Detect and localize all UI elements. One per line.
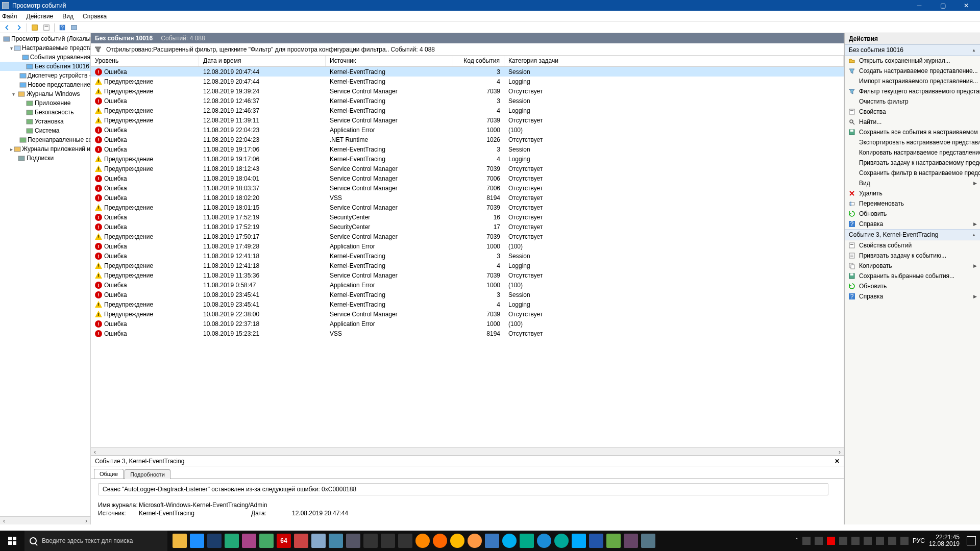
action-item[interactable]: Свойства — [845, 107, 980, 117]
menu-file[interactable]: Файл — [2, 13, 17, 20]
action-item[interactable]: Привязать задачу к событию... — [845, 251, 980, 261]
col-level[interactable]: Уровень — [91, 56, 199, 66]
action-item[interactable]: Копировать настраиваемое представление..… — [845, 147, 980, 158]
col-category[interactable]: Категория задачи — [504, 56, 844, 66]
system-tray[interactable]: ˄ РУС 22:21:45 12.08.2019 — [791, 534, 980, 547]
event-row[interactable]: Предупреждение12.08.2019 12:46:37Kernel-… — [91, 106, 844, 115]
tray-icon[interactable] — [815, 537, 823, 545]
back-button[interactable] — [2, 23, 12, 32]
action-item[interactable]: Найти... — [845, 117, 980, 127]
taskbar-app[interactable] — [589, 534, 603, 548]
taskbar-app[interactable] — [433, 534, 447, 548]
tray-icon[interactable] — [900, 537, 909, 545]
event-row[interactable]: !Ошибка11.08.2019 19:17:06Kernel-EventTr… — [91, 144, 844, 154]
start-button[interactable] — [0, 531, 24, 551]
taskbar-app[interactable] — [381, 534, 395, 548]
maximize-button[interactable]: ▢ — [931, 0, 954, 11]
action-item[interactable]: Сохранить все события в настраиваемом пр… — [845, 127, 980, 137]
detail-close-button[interactable]: ✕ — [835, 458, 840, 465]
event-grid[interactable]: !Ошибка12.08.2019 20:47:44Kernel-EventTr… — [91, 67, 844, 447]
tray-icon[interactable] — [864, 537, 872, 545]
action-item[interactable]: Открыть сохраненный журнал... — [845, 56, 980, 66]
tree-win-item[interactable]: Установка — [0, 117, 90, 126]
action-item[interactable]: ?Справка▶ — [845, 219, 980, 229]
forward-button[interactable] — [14, 23, 24, 32]
action-item[interactable]: Экспортировать настраиваемое представлен… — [845, 137, 980, 147]
tree-custom-item[interactable]: Новое представление — [0, 80, 90, 89]
action-item[interactable]: Обновить — [845, 281, 980, 291]
event-row[interactable]: !Ошибка12.08.2019 12:46:37Kernel-EventTr… — [91, 96, 844, 106]
tab-details[interactable]: Подробности — [125, 469, 170, 479]
taskbar-app[interactable] — [242, 534, 256, 548]
taskbar-app[interactable] — [225, 534, 239, 548]
taskbar-app[interactable] — [468, 534, 482, 548]
tree-win-item[interactable]: Безопасность — [0, 108, 90, 117]
language-indicator[interactable]: РУС — [913, 537, 925, 544]
tree-win-logs[interactable]: ▾Журналы Windows — [0, 89, 90, 98]
taskbar-app[interactable] — [259, 534, 274, 548]
action-item[interactable]: Фильтр текущего настраиваемого представл… — [845, 86, 980, 96]
taskbar-app[interactable] — [329, 534, 343, 548]
taskbar-app[interactable] — [502, 534, 517, 548]
col-date[interactable]: Дата и время — [199, 56, 326, 66]
taskbar-app[interactable] — [572, 534, 586, 548]
event-row[interactable]: !Ошибка11.08.2019 17:52:19SecurityCenter… — [91, 212, 844, 222]
event-row[interactable]: Предупреждение11.08.2019 12:41:18Kernel-… — [91, 261, 844, 270]
tree-custom-item[interactable]: События управления — [0, 53, 90, 62]
action-item[interactable]: Сохранить выбранные события... — [845, 271, 980, 281]
taskbar-app[interactable] — [624, 534, 638, 548]
tray-icon[interactable] — [851, 537, 860, 545]
tray-icon[interactable] — [827, 537, 835, 545]
event-row[interactable]: Предупреждение12.08.2019 19:39:24Service… — [91, 86, 844, 96]
event-row[interactable]: !Ошибка10.08.2019 15:23:21VSS8194Отсутст… — [91, 329, 844, 338]
taskbar-app[interactable] — [346, 534, 360, 548]
action-item[interactable]: Вид▶ — [845, 178, 980, 188]
action-item[interactable]: Создать настраиваемое представление... — [845, 66, 980, 76]
expand-icon[interactable]: ▾ — [10, 45, 13, 51]
actions-section-2[interactable]: Событие 3, Kernel-EventTracing▲ — [845, 229, 980, 240]
event-row[interactable]: !Ошибка11.08.2019 0:58:47Application Err… — [91, 280, 844, 290]
event-row[interactable]: !Ошибка11.08.2019 12:41:18Kernel-EventTr… — [91, 251, 844, 261]
taskbar-app[interactable] — [363, 534, 378, 548]
action-item[interactable]: Копировать▶ — [845, 261, 980, 271]
col-source[interactable]: Источник — [326, 56, 453, 66]
expand-icon[interactable]: ▸ — [10, 146, 13, 152]
clock[interactable]: 22:21:45 12.08.2019 — [929, 534, 963, 547]
tree-win-item[interactable]: Перенаправленные события — [0, 135, 90, 144]
col-code[interactable]: Код события — [453, 56, 504, 66]
tray-icon[interactable] — [839, 537, 847, 545]
action-item[interactable]: Удалить — [845, 188, 980, 198]
help-button[interactable]: ? — [57, 23, 67, 32]
event-row[interactable]: !Ошибка10.08.2019 22:37:18Application Er… — [91, 319, 844, 329]
taskbar-app[interactable] — [537, 534, 551, 548]
tray-icon[interactable] — [888, 537, 896, 545]
chevron-up-icon[interactable]: ˄ — [795, 537, 798, 544]
taskbar-app[interactable] — [190, 534, 204, 548]
event-row[interactable]: Предупреждение12.08.2019 11:39:11Service… — [91, 115, 844, 125]
tray-icon[interactable] — [802, 537, 811, 545]
expand-icon[interactable]: ▾ — [10, 91, 16, 97]
menu-help[interactable]: Справка — [83, 13, 107, 20]
taskbar-app[interactable]: 64 — [277, 534, 291, 548]
event-row[interactable]: Предупреждение11.08.2019 11:35:36Service… — [91, 270, 844, 280]
tree-win-item[interactable]: Приложение — [0, 98, 90, 108]
tree-hscrollbar[interactable]: ‹› — [0, 516, 90, 524]
search-box[interactable]: Введите здесь текст для поиска — [24, 531, 167, 551]
show-tree-button[interactable] — [30, 23, 40, 32]
event-row[interactable]: !Ошибка11.08.2019 18:02:20VSS8194Отсутст… — [91, 193, 844, 203]
event-row[interactable]: !Ошибка11.08.2019 18:03:37Service Contro… — [91, 183, 844, 193]
actions-section-1[interactable]: Без события 10016▲ — [845, 44, 980, 56]
tree-win-item[interactable]: Система — [0, 126, 90, 135]
tree-root-node[interactable]: Просмотр событий (Локальный) — [0, 34, 90, 43]
action-item[interactable]: Привязать задачу к настраиваемому предст… — [845, 158, 980, 168]
taskbar-app[interactable] — [450, 534, 464, 548]
event-row[interactable]: Предупреждение11.08.2019 17:50:17Service… — [91, 232, 844, 241]
close-button[interactable]: ✕ — [954, 0, 978, 11]
tab-general[interactable]: Общие — [94, 469, 124, 479]
taskbar-app[interactable] — [554, 534, 569, 548]
taskbar-app[interactable] — [415, 534, 430, 548]
taskbar-app[interactable] — [311, 534, 326, 548]
filter-button[interactable] — [41, 23, 52, 32]
action-item[interactable]: ?Справка▶ — [845, 291, 980, 302]
event-row[interactable]: Предупреждение11.08.2019 18:01:15Service… — [91, 203, 844, 212]
